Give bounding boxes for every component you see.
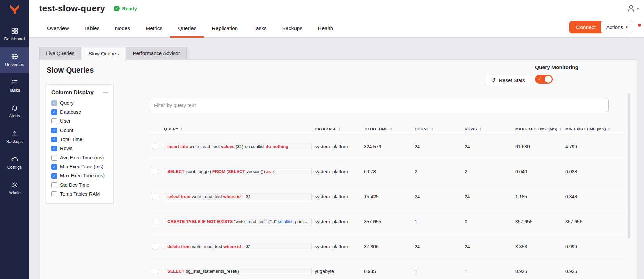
column-header-rows[interactable]: ROWS▲▼	[465, 127, 515, 131]
sidebar-item-universes[interactable]: Universes	[0, 47, 29, 73]
tab-metrics[interactable]: Metrics	[138, 20, 170, 38]
query-cell[interactable]: delete from write_read_test where id = $…	[164, 243, 312, 250]
max-exec-time-ms-cell: 3.853	[515, 244, 565, 249]
query-monitoring-toggle[interactable]: ✓	[535, 75, 553, 84]
column-header-label: QUERY	[164, 127, 178, 131]
sql-segment: x	[272, 169, 275, 174]
checkbox-icon[interactable]: ✓	[51, 146, 57, 151]
tab-queries[interactable]: Queries	[170, 20, 204, 38]
tab-health[interactable]: Health	[310, 20, 341, 38]
column-option-database[interactable]: ✓Database	[51, 109, 108, 115]
row-checkbox[interactable]	[153, 194, 158, 199]
toggle-knob	[545, 76, 552, 83]
row-select-cell	[149, 269, 164, 274]
min-exec-time-ms-cell: 4.799	[565, 144, 625, 149]
tab-tasks[interactable]: Tasks	[246, 20, 275, 38]
subtab-live-queries[interactable]: Live Queries	[39, 47, 81, 59]
query-filter-input[interactable]	[149, 98, 609, 112]
table-header: QUERY▲▼DATABASE▲▼TOTAL TIME▲▼COUNT▲▼ROWS…	[149, 124, 625, 134]
checkbox-icon[interactable]	[51, 155, 57, 161]
column-header-min-exec-time-ms[interactable]: MIN EXEC TIME (MS)▲▼	[565, 127, 625, 131]
query-cell[interactable]: insert into write_read_test values ($1) …	[164, 143, 312, 150]
sort-icon: ▲▼	[339, 127, 341, 131]
sidebar-item-alerts[interactable]: Alerts	[0, 99, 29, 124]
sidebar-item-label: Admin	[8, 191, 20, 195]
column-header-query[interactable]: QUERY▲▼	[164, 127, 315, 131]
query-cell-wrap: insert into write_read_test values ($1) …	[164, 143, 315, 150]
row-checkbox[interactable]	[153, 244, 158, 249]
max-exec-time-ms-cell: 0.935	[515, 269, 565, 274]
tab-overview[interactable]: Overview	[39, 20, 77, 38]
row-checkbox[interactable]	[153, 144, 158, 149]
user-menu[interactable]: ▾	[627, 4, 639, 14]
checkbox-icon[interactable]: ✓	[51, 137, 57, 142]
checkbox-icon[interactable]: ✓	[51, 164, 57, 170]
column-option-label: Std Dev Time	[60, 182, 89, 188]
checkbox-icon[interactable]	[51, 191, 57, 197]
column-option-total-time[interactable]: ✓Total Time	[51, 136, 108, 143]
sidebar-item-tasks[interactable]: Tasks	[0, 73, 29, 99]
row-checkbox[interactable]	[153, 219, 158, 224]
tab-replication[interactable]: Replication	[204, 20, 246, 38]
subtab-slow-queries[interactable]: Slow Queries	[82, 47, 125, 60]
column-display-options: ✓Query✓DatabaseUser✓Count✓Total Time✓Row…	[46, 100, 113, 197]
column-display-header: Column Display —	[46, 89, 113, 100]
column-option-user[interactable]: User	[51, 118, 108, 124]
column-header-label: DATABASE	[315, 127, 337, 131]
column-header-label: TOTAL TIME	[364, 127, 388, 131]
row-checkbox[interactable]	[153, 169, 158, 174]
checkbox-icon[interactable]: ✓	[51, 100, 57, 106]
column-header-count[interactable]: COUNT▲▼	[415, 127, 465, 131]
sql-segment: delete from	[167, 244, 192, 249]
checkbox-icon[interactable]: ✓	[51, 109, 57, 115]
checkbox-icon[interactable]: ✓	[51, 128, 57, 133]
column-option-count[interactable]: ✓Count	[51, 127, 108, 134]
row-checkbox[interactable]	[153, 269, 158, 274]
query-subtabs: Live QueriesSlow QueriesPerformance Advi…	[39, 47, 187, 59]
sidebar-item-backups[interactable]: Backups	[0, 124, 29, 150]
sidebar-item-dashboard[interactable]: Dashboard	[0, 22, 29, 47]
tab-backups[interactable]: Backups	[275, 20, 310, 38]
database-cell: system_platform	[315, 244, 364, 249]
column-display-card: Column Display — ✓Query✓DatabaseUser✓Cou…	[46, 84, 114, 204]
row-select-cell	[149, 144, 164, 149]
column-option-max-exec-time-ms[interactable]: ✓Max Exec Time (ms)	[51, 172, 108, 179]
query-cell-wrap: select from write_read_test where id = $…	[164, 193, 315, 200]
table-scrollbar[interactable]	[628, 93, 630, 239]
query-cell-wrap: SELECT jsonb_agg(x) FROM (SELECT version…	[164, 168, 315, 175]
sql-segment: "write_read_test" ("id"	[234, 219, 278, 224]
actions-button[interactable]: Actions ▾	[601, 21, 633, 33]
title-row: test-slow-query ✓ Ready	[39, 3, 137, 14]
collapse-icon[interactable]: —	[103, 90, 108, 95]
sidebar-item-configs[interactable]: Configs	[0, 150, 29, 175]
sql-segment: do nothing	[266, 144, 288, 149]
yugabyte-logo-icon[interactable]	[0, 0, 29, 19]
sidebar-item-admin[interactable]: Admin	[0, 175, 29, 201]
column-option-query[interactable]: ✓Query	[51, 100, 108, 106]
checkbox-icon[interactable]	[51, 118, 57, 124]
column-option-min-exec-time-ms[interactable]: ✓Min Exec Time (ms)	[51, 163, 108, 170]
content: Slow Queries ↺ Reset Stats Query Monitor…	[29, 38, 644, 279]
column-option-label: Avg Exec Time (ms)	[60, 155, 104, 160]
column-option-temp-tables-ram[interactable]: Temp Tables RAM	[51, 191, 108, 197]
checkbox-icon[interactable]	[51, 182, 57, 188]
column-header-max-exec-time-ms[interactable]: MAX EXEC TIME (MS)▲▼	[515, 127, 565, 131]
column-header-database[interactable]: DATABASE▲▼	[315, 127, 364, 131]
checkbox-icon[interactable]: ✓	[51, 173, 57, 179]
max-exec-time-ms-cell: 0.040	[515, 169, 565, 174]
sql-segment: select from	[167, 194, 192, 199]
query-cell[interactable]: select from write_read_test where id = $…	[164, 193, 312, 200]
subtab-performance-advisor[interactable]: Performance Advisor	[126, 47, 186, 59]
column-header-total-time[interactable]: TOTAL TIME▲▼	[364, 127, 415, 131]
tab-nodes[interactable]: Nodes	[107, 20, 138, 38]
column-header-label: ROWS	[465, 127, 477, 131]
column-option-std-dev-time[interactable]: Std Dev Time	[51, 182, 108, 188]
column-option-avg-exec-time-ms[interactable]: Avg Exec Time (ms)	[51, 154, 108, 161]
reset-stats-button[interactable]: ↺ Reset Stats	[485, 74, 531, 86]
query-cell[interactable]: CREATE TABLE IF NOT EXISTS "write_read_t…	[164, 218, 312, 225]
query-cell[interactable]: SELECT jsonb_agg(x) FROM (SELECT version…	[164, 168, 312, 175]
tab-tables[interactable]: Tables	[77, 20, 107, 38]
query-cell[interactable]: SELECT pg_stat_statements_reset()	[164, 268, 312, 275]
column-option-rows[interactable]: ✓Rows	[51, 145, 108, 152]
connect-button[interactable]: Connect	[569, 21, 602, 33]
